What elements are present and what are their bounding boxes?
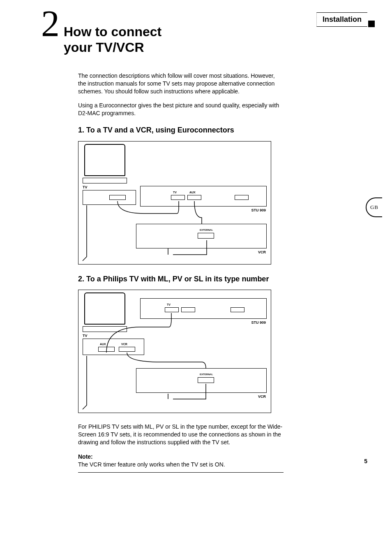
intro-paragraph-2: Using a Euroconnector gives the best pic… [78,102,284,117]
footer-rule [78,472,284,473]
diagram2-cables-icon [78,290,271,413]
page-header: 2 How to connect your TV/VCR Installatio… [41,12,367,56]
diagram1-cables-icon [78,142,271,264]
connection-diagram-2: TV AUX VCR TV STU 909 EXTERNAL VCR [78,290,271,413]
note-label: Note: [78,453,93,460]
chapter-title-line2: your TV/VCR [64,40,144,55]
chapter-title: How to connect your TV/VCR [64,24,161,56]
section-1-heading: 1. To a TV and a VCR, using Euroconnecto… [78,125,284,135]
note-text: The VCR timer feature only works when th… [78,461,225,468]
page-root: 2 How to connect your TV/VCR Installatio… [0,0,392,489]
chapter-number: 2 [41,9,60,39]
body-column: The connection descriptions which follow… [78,72,284,473]
chapter-title-line1: How to connect [64,24,161,39]
section-label: Installation [316,12,367,27]
chapter-heading: 2 How to connect your TV/VCR [41,12,161,56]
intro-paragraph-1: The connection descriptions which follow… [78,72,284,95]
section-2-heading: 2. To a Philips TV with ML, PV or SL in … [78,274,284,284]
page-number: 5 [364,458,367,464]
language-tab: GB [366,197,382,217]
connection-diagram-1: TV TV AUX STU 909 EXTERNAL VCR [78,141,271,265]
section-2-paragraph: For PHILIPS TV sets with ML, PV or SL in… [78,423,284,446]
